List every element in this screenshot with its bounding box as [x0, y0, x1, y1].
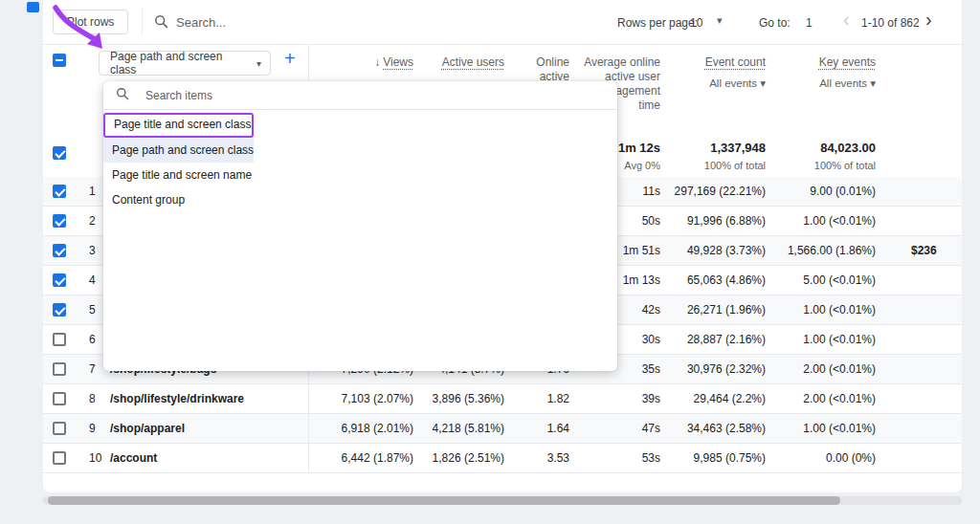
avg-engagement-cell: 50s [642, 215, 660, 228]
online-active-cell: 1.64 [547, 423, 569, 435]
dropdown-search-row[interactable]: Search items [103, 81, 617, 110]
dimension-dropdown-menu: Search items Page title and screen class… [103, 81, 617, 371]
dimension-selector-label: Page path and screen class [110, 50, 251, 76]
pagination-range: 1-10 of 862 [861, 16, 920, 30]
event-count-cell: 28,887 (2.16%) [687, 334, 766, 346]
rows-per-page-select[interactable]: 10 [690, 16, 702, 30]
avg-engagement-cell: 30s [642, 334, 660, 346]
avg-engagement-cell: 39s [642, 393, 660, 405]
rows-per-page-label: Rows per page: [617, 16, 698, 30]
row-checkbox[interactable] [53, 333, 66, 346]
key-events-cell: 1.00 (<0.01%) [803, 215, 876, 228]
online-active-cell: 1.82 [547, 393, 569, 405]
column-header-online-active[interactable]: Online active [525, 55, 569, 84]
dimension-selector-button[interactable]: Page path and screen class ▾ [99, 51, 271, 76]
totals-event-count: 1,337,948 100% of total [704, 139, 766, 171]
page-path-cell: /shop/apparel [110, 423, 185, 435]
toolbar-divider [142, 8, 143, 36]
key-events-cell: 0.00 (0%) [826, 452, 876, 465]
active-users-cell: 4,218 (5.81%) [433, 423, 504, 435]
row-checkbox[interactable] [53, 244, 66, 257]
event-count-cell: 29,464 (2.2%) [694, 393, 766, 405]
table-row: 8 /shop/lifestyle/drinkware 7,103 (2.07%… [43, 384, 962, 414]
dropdown-item-page-title-screen-class[interactable]: Page title and screen class [103, 113, 254, 138]
dropdown-item-list: Page title and screen class Page path an… [103, 113, 617, 212]
views-cell: 6,918 (2.01%) [342, 423, 413, 435]
dropdown-item-page-title-screen-name[interactable]: Page title and screen name [103, 163, 254, 187]
chevron-right-icon[interactable]: › [925, 9, 932, 31]
event-count-cell: 91,996 (6.88%) [687, 215, 766, 228]
select-all-checkbox[interactable] [53, 54, 66, 67]
row-number: 8 [89, 393, 96, 405]
chevron-left-icon[interactable]: ‹ [843, 9, 850, 31]
add-dimension-button[interactable]: + [284, 48, 296, 70]
caret-down-icon: ▾ [870, 77, 876, 89]
avg-engagement-cell: 47s [642, 423, 660, 435]
caret-down-icon[interactable]: ▾ [717, 14, 723, 27]
column-header-views[interactable]: ↓Views [374, 55, 413, 70]
page-path-cell: /shop/lifestyle/drinkware [110, 393, 244, 405]
totals-checkbox[interactable] [53, 146, 66, 160]
key-events-cell: 1,566.00 (1.86%) [788, 245, 876, 257]
search-icon [154, 14, 168, 33]
table-row: 10 /account 6,442 (1.87%) 1,826 (2.51%) … [43, 444, 962, 473]
row-checkbox[interactable] [53, 451, 66, 465]
key-events-cell: 1.00 (<0.01%) [803, 304, 876, 317]
key-events-cell: 2.00 (<0.01%) [803, 393, 876, 405]
go-to-input[interactable]: 1 [806, 16, 813, 30]
table-search-input[interactable]: Search... [176, 15, 226, 30]
event-count-cell: 65,063 (4.86%) [687, 274, 766, 287]
row-checkbox[interactable] [53, 422, 66, 435]
row-checkbox[interactable] [53, 214, 66, 228]
row-number: 4 [89, 274, 96, 287]
active-users-cell: 3,896 (5.36%) [433, 393, 504, 405]
avg-engagement-cell: 42s [642, 304, 660, 317]
row-number: 7 [89, 363, 96, 376]
row-number: 9 [89, 423, 96, 435]
event-count-cell: 297,169 (22.21%) [675, 186, 766, 198]
views-cell: 7,103 (2.07%) [342, 393, 413, 405]
key-events-filter[interactable]: All events ▾ [819, 76, 876, 91]
row-checkbox[interactable] [53, 362, 66, 376]
key-events-cell: 1.00 (<0.01%) [803, 423, 876, 435]
table-row: 9 /shop/apparel 6,918 (2.01%) 4,218 (5.8… [43, 414, 962, 444]
totals-avg-engagement: 1m 12s Avg 0% [618, 139, 660, 171]
totals-key-events: 84,023.00 100% of total [814, 139, 876, 171]
key-events-cell: 5.00 (<0.01%) [803, 274, 876, 287]
event-count-cell: 26,271 (1.96%) [687, 304, 766, 317]
row-number: 1 [89, 186, 96, 198]
plot-rows-button[interactable]: Plot rows [53, 10, 128, 34]
event-count-cell: 49,928 (3.73%) [687, 245, 766, 257]
key-events-header-label: Key events [819, 55, 876, 69]
page-path-cell: /account [110, 452, 157, 465]
dropdown-item-content-group[interactable]: Content group [103, 187, 254, 212]
event-count-cell: 30,976 (2.32%) [687, 363, 766, 376]
event-count-cell: 9,985 (0.75%) [694, 452, 766, 465]
event-count-filter[interactable]: All events ▾ [705, 76, 766, 91]
key-events-cell: 2.00 (<0.01%) [803, 363, 876, 376]
revenue-cell-clipped: $236 [911, 245, 937, 257]
row-checkbox[interactable] [53, 303, 66, 317]
column-header-event-count[interactable]: Event count All events ▾ [705, 55, 766, 91]
avg-engagement-cell: 53s [642, 452, 660, 465]
dropdown-search-input[interactable]: Search items [145, 89, 212, 102]
avg-engagement-cell: 11s [643, 186, 660, 198]
column-header-active-users[interactable]: Active users [442, 55, 504, 70]
row-number: 3 [89, 245, 96, 257]
active-users-header-label: Active users [442, 55, 504, 69]
views-cell: 6,442 (1.87%) [342, 452, 413, 465]
row-checkbox[interactable] [53, 185, 66, 198]
caret-down-icon: ▾ [256, 58, 261, 69]
dropdown-item-page-path-screen-class[interactable]: Page path and screen class [103, 138, 254, 163]
horizontal-scrollbar-track[interactable] [43, 496, 962, 505]
ga4-table-page: Plot rows Search... Rows per page: 10 ▾ … [0, 0, 980, 524]
row-number: 5 [89, 304, 96, 317]
search-icon [116, 87, 129, 104]
sort-descending-icon: ↓ [374, 55, 380, 69]
event-count-header-label: Event count [705, 55, 766, 69]
row-checkbox[interactable] [53, 273, 66, 287]
row-checkbox[interactable] [53, 392, 66, 405]
horizontal-scrollbar-thumb[interactable] [48, 496, 840, 505]
column-header-key-events[interactable]: Key events All events ▾ [819, 55, 876, 91]
event-count-cell: 34,463 (2.58%) [687, 423, 766, 435]
